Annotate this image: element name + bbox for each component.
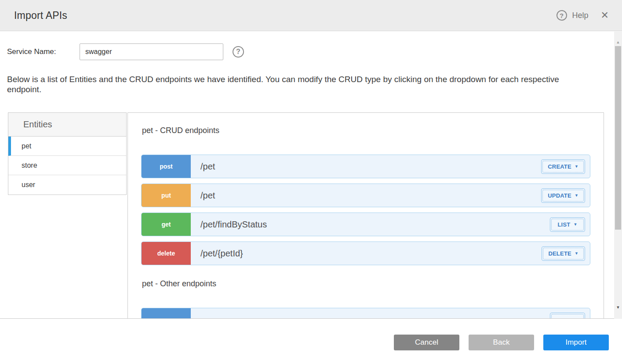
service-name-label: Service Name: [7,47,80,56]
caret-down-icon: ▼ [575,194,578,198]
entity-list-item-user[interactable]: user [8,175,126,195]
crud-type-dropdown[interactable]: UPDATE ▼ [541,188,585,203]
entity-label: user [22,181,35,188]
help-icon[interactable]: ? [557,10,567,21]
endpoint-path: /pet/{petId} [200,249,243,259]
crud-type-label: CREATE [548,163,571,170]
endpoint-sections: pet - CRUD endpoints post /pet CREATE ▼ … [141,126,590,319]
crud-type-dropdown[interactable]: DELETE ▼ [542,246,585,261]
entity-list-item-pet[interactable]: pet [8,137,126,156]
entity-label: pet [22,142,31,150]
method-badge: put [142,184,191,207]
service-name-row: Service Name: ? [7,43,244,60]
method-badge: delete [142,242,191,265]
endpoint-section: pet - Other endpoints ▼ [141,279,590,319]
endpoint-rows: ▼ [141,308,590,319]
import-apis-dialog: Import APIs ? Help ✕ Service Name: ? Bel… [0,0,622,364]
cancel-button[interactable]: Cancel [394,335,459,350]
endpoint-rows: post /pet CREATE ▼ put /pet UPDATE ▼ get… [141,155,590,265]
endpoint-path: /pet [200,162,215,172]
endpoint-row: delete /pet/{petId} DELETE ▼ [141,241,590,265]
entities-panel-title: Entities [8,113,126,137]
entity-list: pet store user [8,137,126,195]
close-icon[interactable]: ✕ [601,11,609,20]
crud-type-dropdown[interactable]: CREATE ▼ [541,159,585,174]
crud-type-label: UPDATE [548,192,571,199]
page-title: Import APIs [14,10,67,22]
endpoint-row: get /pet/findByStatus LIST ▼ [141,213,590,236]
endpoint-row: put /pet UPDATE ▼ [141,184,590,207]
section-title: pet - CRUD endpoints [142,126,590,135]
endpoint-path: /pet/findByStatus [200,220,267,230]
endpoints-panel: pet - CRUD endpoints post /pet CREATE ▼ … [127,112,604,319]
crud-type-dropdown[interactable]: LIST ▼ [550,217,585,232]
scrollbar[interactable]: ▲ ▼ [614,32,622,319]
method-badge: post [142,155,191,178]
dialog-header: Import APIs ? Help ✕ [0,0,622,31]
crud-type-dropdown[interactable]: ▼ [550,313,585,319]
caret-down-icon: ▼ [573,223,577,227]
instructions-text: Below is a list of Entities and the CRUD… [7,74,574,94]
help-link[interactable]: Help [572,11,589,20]
endpoint-path: /pet [200,191,215,201]
header-actions: ? Help ✕ [557,10,609,21]
endpoint-row: post /pet CREATE ▼ [141,155,590,178]
caret-down-icon: ▼ [567,318,571,319]
method-badge [142,308,191,319]
scrollbar-thumb[interactable] [615,46,621,230]
footer-buttons: CancelBackImport [0,319,622,364]
scroll-up-icon[interactable]: ▲ [614,38,622,47]
service-name-input[interactable] [80,43,223,60]
scroll-down-icon[interactable]: ▼ [614,303,622,312]
method-badge: get [142,213,191,236]
crud-type-label: DELETE [548,250,571,257]
endpoint-section: pet - CRUD endpoints post /pet CREATE ▼ … [141,126,590,265]
section-title: pet - Other endpoints [142,279,590,288]
crud-type-label: LIST [557,221,570,228]
endpoint-row: ▼ [141,308,590,319]
back-button[interactable]: Back [469,335,534,350]
entities-panel: Entities pet store user [8,112,127,195]
entity-list-item-store[interactable]: store [8,156,126,175]
import-button[interactable]: Import [543,335,609,350]
service-name-help-icon[interactable]: ? [233,46,244,58]
entity-label: store [22,162,37,169]
caret-down-icon: ▼ [575,165,578,169]
caret-down-icon: ▼ [575,252,578,256]
dialog-body: Service Name: ? Below is a list of Entit… [0,32,622,319]
